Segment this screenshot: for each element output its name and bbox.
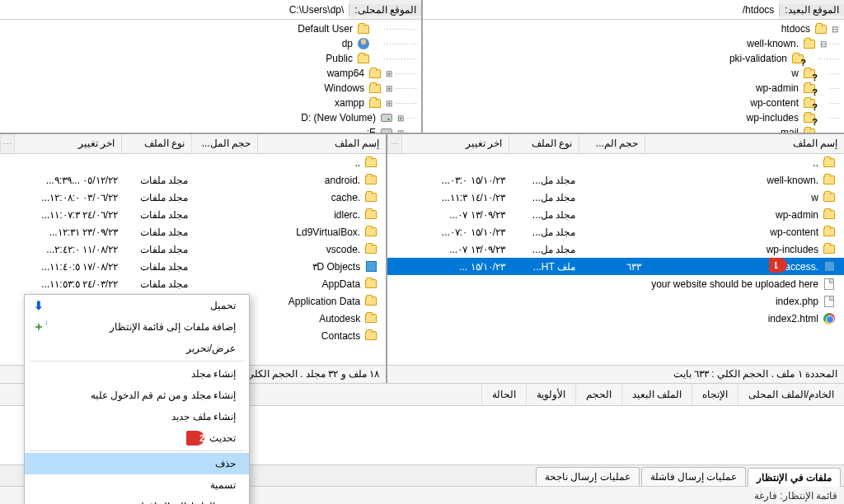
- file-type: مجلد مل...: [510, 209, 580, 221]
- tree-toggle-icon[interactable]: ⊞: [383, 82, 395, 94]
- chrome-icon: [823, 312, 836, 325]
- tab[interactable]: عمليات إرسال ناجحة: [536, 467, 640, 486]
- queue-header[interactable]: الحجم: [575, 384, 621, 405]
- file-name: AppData: [321, 278, 360, 290]
- menu-label: حذف: [48, 458, 241, 469]
- list-row[interactable]: ٣D Objectsمجلد ملفات١٧/٠٨/٢٢ ١١:٤٠:٥...: [0, 258, 386, 275]
- tree-item[interactable]: wp-admin····: [423, 81, 844, 96]
- tree-toggle-icon[interactable]: ⊞: [383, 68, 395, 79]
- tree-item[interactable]: xampp⊞········: [0, 96, 421, 110]
- file-time: ٢٣/٠٩/٢٣ ١٢:٣١...: [16, 226, 123, 238]
- list-row[interactable]: wمجلد مل...١٤/١٠/٢٣ ١١:٣...: [387, 189, 844, 206]
- file-icon: [823, 295, 836, 308]
- file-name: wp-content: [770, 226, 818, 238]
- list-row[interactable]: AppDataمجلد ملفات٢٤/٠٣/٢٢ ١١:٥٣:٥...: [0, 275, 386, 292]
- tree-item[interactable]: Default User············: [0, 21, 421, 36]
- folder-icon: [368, 82, 382, 95]
- list-row[interactable]: ..: [387, 154, 844, 171]
- menu-item[interactable]: إنشاء مجلد و من ثم قم الدخول عليه: [25, 385, 249, 406]
- folder-icon: [823, 226, 836, 239]
- tree-branch: ········: [818, 54, 841, 63]
- tree-item[interactable]: :E⊞····: [0, 125, 421, 133]
- menu-label: عرض/تحرير: [48, 343, 241, 354]
- queue-header[interactable]: الحالة: [481, 384, 526, 405]
- tree-item[interactable]: Public············: [0, 51, 421, 66]
- menu-item[interactable]: تسمية: [25, 474, 249, 496]
- folder-icon: [364, 278, 377, 291]
- menu-item[interactable]: إضافة ملفات إلى قائمة الإنتظار＋: [25, 316, 249, 338]
- menu-label: نسخ الرابط إلى الحافظة: [48, 501, 241, 504]
- col-size[interactable]: حجم الم...: [579, 134, 645, 153]
- tab[interactable]: ملفات في الإنتظار: [748, 468, 841, 487]
- tree-toggle-icon[interactable]: ⊞: [395, 127, 406, 133]
- folder-icon: [364, 312, 377, 325]
- menu-item[interactable]: تحميل⬇: [25, 295, 249, 316]
- local-path-bar: الموقع المحلى:: [0, 0, 421, 20]
- folder-icon: [803, 37, 816, 50]
- tree-item[interactable]: wp-content····: [423, 96, 844, 110]
- col-type[interactable]: نوع الملف: [509, 134, 579, 153]
- list-row[interactable]: ..: [0, 154, 386, 171]
- tree-toggle-icon[interactable]: ⊞: [383, 97, 395, 109]
- list-row[interactable]: cache.مجلد ملفات٠٣/٠٦/٢٢ ١٢:٠٨:٠...: [0, 189, 386, 206]
- col-size[interactable]: حجم المل...: [191, 134, 257, 153]
- folder-icon: [823, 174, 836, 187]
- tree-item[interactable]: wp-includes····: [423, 110, 844, 125]
- local-path-input[interactable]: [0, 0, 349, 19]
- list-row[interactable]: wp-includesمجلد مل...١٣/٠٩/٢٣ ٠٧...: [387, 240, 844, 258]
- tree-branch: ····: [829, 84, 841, 92]
- tree-item[interactable]: w····: [423, 66, 844, 81]
- list-row[interactable]: idlerc.مجلد ملفات٢٤/٠٦/٢٢ ١١:٠٧:٣...: [0, 206, 386, 223]
- list-row[interactable]: your website should be uploaded here: [387, 275, 844, 292]
- tree-toggle-icon[interactable]: ⊞: [395, 112, 406, 124]
- menu-item[interactable]: إنشاء مجلد: [25, 363, 249, 385]
- list-row[interactable]: index.php: [387, 292, 844, 310]
- tree-branch: ············: [383, 40, 418, 48]
- menu-item[interactable]: حذف: [25, 453, 249, 474]
- folder-icon: [368, 96, 382, 110]
- tree-item[interactable]: pki-validation········: [423, 51, 844, 66]
- col-time[interactable]: اخر تغيير: [14, 134, 121, 153]
- menu-item[interactable]: تحديث: [25, 427, 249, 449]
- tree-item[interactable]: htdocs⊟: [423, 21, 844, 36]
- file-type: مجلد ملفات: [123, 175, 193, 186]
- local-headers: إسم الملف حجم المل... نوع الملف اخر تغيي…: [0, 134, 386, 154]
- list-row[interactable]: vscode.مجلد ملفات١١/٠٨/٢٢ ٢:٤٢:٠...: [0, 240, 386, 258]
- list-row[interactable]: wp-contentمجلد مل...١٥/١٠/٢٣ ٠٧:٠...: [387, 223, 844, 240]
- remote-tree[interactable]: htdocs⊟well-known.⊟····pki-validation···…: [423, 20, 844, 133]
- tree-item[interactable]: Windows⊞········: [0, 81, 421, 96]
- col-type[interactable]: نوع الملف: [121, 134, 191, 153]
- list-row[interactable]: well-known.مجلد مل...١٥/١٠/٢٣ ٠٣:٠...: [387, 171, 844, 189]
- menu-item[interactable]: إنشاء ملف جديد: [25, 406, 249, 427]
- tab[interactable]: عمليات إرسال فاشلة: [641, 467, 747, 486]
- col-name[interactable]: إسم الملف: [645, 134, 844, 153]
- queue-header[interactable]: الأولوية: [526, 384, 575, 405]
- tree-label: wp-content: [748, 97, 801, 109]
- queue-header[interactable]: الإتجاه: [692, 384, 738, 405]
- tree-item[interactable]: well-known.⊟····: [423, 36, 844, 51]
- list-row[interactable]: android.مجلد ملفات٠٥/١٢/٢٢ ...٩:٣٩...: [0, 171, 386, 189]
- local-tree[interactable]: Default User············dp············Pu…: [0, 20, 421, 133]
- tree-toggle-icon[interactable]: ⊟: [829, 23, 841, 35]
- tree-label: w: [789, 68, 801, 79]
- tree-item[interactable]: dp············: [0, 36, 421, 51]
- col-name[interactable]: إسم الملف: [257, 134, 386, 153]
- queue-header[interactable]: الخادم/الملف المحلى: [738, 384, 844, 405]
- menu-item[interactable]: نسخ الرابط إلى الحافظة: [25, 496, 249, 504]
- tree-toggle-icon[interactable]: ⊟: [818, 38, 829, 49]
- file-time: ٢٤/٠٦/٢٢ ١١:٠٧:٣...: [16, 209, 123, 221]
- list-row[interactable]: index2.html: [387, 310, 844, 327]
- col-time[interactable]: اخر تغيير: [401, 134, 509, 153]
- menu-item[interactable]: عرض/تحرير: [25, 338, 249, 359]
- queue-header[interactable]: الملف البعيد: [621, 384, 692, 405]
- tree-branch: ····: [829, 69, 841, 77]
- file-name: ٣D Objects: [312, 261, 361, 273]
- list-row[interactable]: wp-adminمجلد مل...١٣/٠٩/٢٣ ٠٧...: [387, 206, 844, 223]
- tree-item[interactable]: mail····: [423, 125, 844, 133]
- remote-path-input[interactable]: [423, 0, 779, 19]
- tree-item[interactable]: D: (New Volume)⊞····: [0, 110, 421, 125]
- file-type: مجلد ملفات: [123, 244, 193, 255]
- list-row[interactable]: Ld9VirtualBox.مجلد ملفات٢٣/٠٩/٢٣ ١٢:٣١..…: [0, 223, 386, 240]
- tree-item[interactable]: wamp64⊞········: [0, 66, 421, 81]
- folder-unknown-icon: [803, 67, 816, 80]
